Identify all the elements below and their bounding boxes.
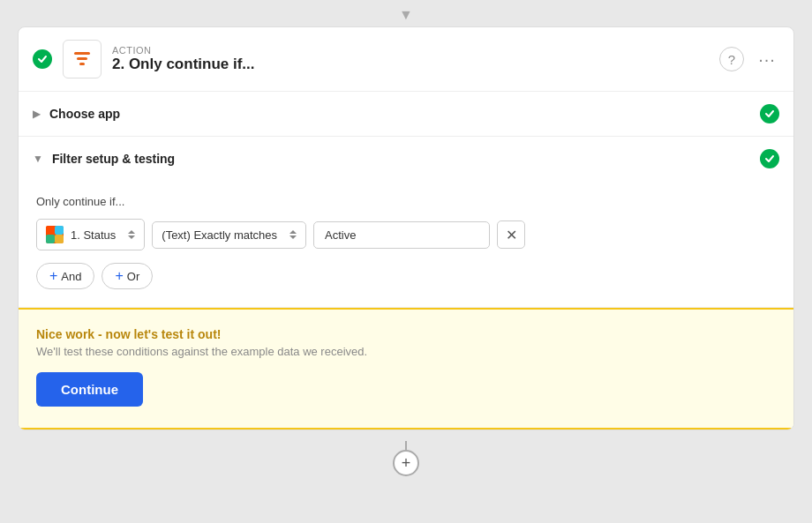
svg-rect-4: [46, 226, 55, 235]
svg-rect-5: [55, 226, 64, 235]
filter-content: Only continue if... 1. Status: [19, 181, 793, 308]
collapse-toggle-choose-app: ▶: [33, 108, 41, 120]
svg-rect-2: [79, 63, 85, 65]
filter-setup-label: Filter setup & testing: [52, 152, 760, 166]
check-icon-2: [764, 108, 775, 119]
operator-selector-label: (Text) Exactly matches: [162, 228, 277, 242]
and-plus-icon: +: [49, 268, 57, 284]
field-selector[interactable]: 1. Status: [36, 219, 145, 250]
filter-setup-complete-check: [760, 149, 779, 168]
test-subtitle: We'll test these conditions against the …: [36, 345, 776, 358]
or-label: Or: [127, 270, 139, 283]
test-title: Nice work - now let's test it out!: [36, 327, 776, 341]
svg-rect-6: [46, 235, 55, 243]
complete-check-badge: [33, 49, 52, 69]
action-label: Action: [112, 45, 709, 56]
main-card: Action 2. Only continue if... ? ··· ▶ Ch…: [18, 26, 794, 430]
choose-app-label: Choose app: [49, 107, 760, 121]
svg-rect-0: [74, 52, 90, 55]
check-icon-3: [764, 153, 775, 164]
continue-button[interactable]: Continue: [36, 372, 143, 407]
top-connector: ▼: [0, 0, 812, 26]
header-actions: ? ···: [719, 47, 779, 71]
test-area: Nice work - now let's test it out! We'll…: [19, 308, 793, 430]
connector-line-bottom: [405, 441, 407, 450]
add-condition-buttons: + And + Or: [36, 263, 776, 289]
card-header: Action 2. Only continue if... ? ···: [19, 27, 793, 92]
filter-row: 1. Status (Text) Exactly matches ✕: [36, 219, 776, 250]
svg-rect-7: [55, 235, 64, 243]
operator-selector-arrows: [289, 230, 297, 239]
header-text: Action 2. Only continue if...: [112, 45, 709, 73]
remove-filter-button[interactable]: ✕: [497, 220, 525, 249]
step-title: 2. Only continue if...: [112, 56, 709, 73]
field-selector-label: 1. Status: [71, 228, 116, 242]
svg-rect-1: [77, 57, 87, 60]
help-button[interactable]: ?: [719, 47, 744, 71]
add-node-button[interactable]: +: [393, 450, 419, 476]
and-label: And: [61, 270, 81, 283]
filter-setup-section-header[interactable]: ▼ Filter setup & testing: [19, 137, 793, 181]
more-options-button[interactable]: ···: [755, 47, 779, 71]
down-arrow-icon: ▼: [399, 7, 413, 23]
zapier-app-icon: [46, 226, 64, 243]
bottom-section: +: [0, 430, 812, 483]
add-and-button[interactable]: + And: [36, 263, 94, 289]
filter-value-input[interactable]: [313, 221, 490, 249]
filter-icon: [71, 49, 93, 70]
only-continue-label: Only continue if...: [36, 195, 776, 208]
add-or-button[interactable]: + Or: [102, 263, 153, 289]
choose-app-complete-check: [760, 104, 779, 123]
operator-selector[interactable]: (Text) Exactly matches: [152, 221, 306, 249]
collapse-toggle-filter: ▼: [33, 153, 43, 165]
or-plus-icon: +: [115, 268, 123, 284]
choose-app-section[interactable]: ▶ Choose app: [19, 92, 793, 137]
field-selector-arrows: [128, 230, 135, 239]
check-icon: [37, 54, 48, 64]
filter-icon-box: [63, 40, 102, 78]
